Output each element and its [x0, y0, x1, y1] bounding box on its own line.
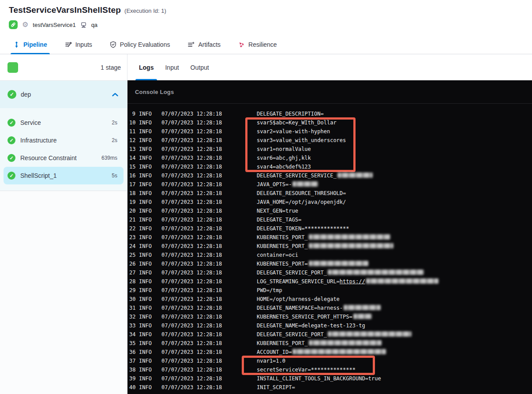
log-message: svar3=value_with_underscores [257, 137, 346, 143]
log-level: INFO [139, 234, 152, 240]
log-level: INFO [139, 164, 152, 170]
log-level: INFO [139, 270, 152, 276]
success-check-icon: ✓ [7, 136, 15, 144]
log-line: 35INFO07/07/2023 12:28:18KUBERNETES_PORT… [127, 339, 532, 348]
log-level: INFO [139, 252, 152, 258]
log-line: 12INFO07/07/2023 12:28:18svar3=value_wit… [127, 136, 532, 145]
log-line: 26INFO07/07/2023 12:28:18KUBERNETES_PORT… [127, 259, 532, 268]
success-check-icon: ✓ [7, 119, 15, 127]
resilience-chaos-icon [238, 41, 245, 48]
sidebar-item-service[interactable]: ✓Service2s [4, 114, 124, 131]
log-line-number: 39 [129, 375, 135, 382]
log-line: 33INFO07/07/2023 12:28:18DELEGATE_NAME=d… [127, 321, 532, 330]
tab-artifacts-label: Artifacts [198, 41, 221, 48]
service-name[interactable]: testVarsService1 [33, 22, 75, 28]
log-timestamp: 07/07/2023 12:28:18 [161, 252, 222, 258]
shield-check-icon [110, 41, 116, 48]
stage-group-label: dep [21, 91, 31, 98]
log-level: INFO [139, 375, 152, 382]
chevron-up-icon[interactable] [112, 90, 118, 98]
tab-input-label: Input [165, 64, 179, 71]
log-level: INFO [139, 111, 152, 117]
stage-group-dep[interactable]: ✓ dep [0, 81, 127, 108]
log-timestamp: 07/07/2023 12:28:18 [161, 305, 222, 311]
log-level: INFO [139, 349, 152, 355]
tab-artifacts[interactable]: Artifacts [187, 35, 221, 54]
execution-id-label: (Execution Id: 1) [124, 8, 166, 14]
step-label: ShellScript_1 [20, 172, 57, 179]
redacted-value [328, 331, 412, 337]
log-line-number: 37 [129, 358, 135, 364]
log-line-number: 12 [129, 137, 135, 143]
log-line: 25INFO07/07/2023 12:28:18container=oci [127, 251, 532, 259]
environment-name[interactable]: qa [91, 22, 97, 28]
redacted-value [337, 173, 373, 178]
inputs-icon [65, 41, 72, 48]
log-timestamp: 07/07/2023 12:28:18 [161, 146, 222, 152]
log-message: JAVA_HOME=/opt/java/openjdk/ [257, 199, 346, 205]
log-level: INFO [139, 217, 152, 223]
tab-policy-evaluations-label: Policy Evaluations [120, 41, 170, 48]
tab-logs[interactable]: Logs [139, 54, 154, 80]
tab-resilience-label: Resilience [248, 41, 277, 48]
log-timestamp: 07/07/2023 12:28:18 [161, 243, 222, 249]
log-timestamp: 07/07/2023 12:28:18 [161, 384, 222, 390]
tab-resilience[interactable]: Resilience [238, 35, 277, 54]
tab-pipeline-label: Pipeline [23, 41, 47, 48]
tab-inputs[interactable]: Inputs [65, 35, 92, 54]
log-line: 24INFO07/07/2023 12:28:18KUBERNETES_PORT… [127, 242, 532, 251]
log-line: 13INFO07/07/2023 12:28:18svar1=normalVal… [127, 145, 532, 154]
log-message: svar2=value-with-hyphen [257, 128, 330, 135]
log-timestamp: 07/07/2023 12:28:18 [161, 349, 222, 355]
log-timestamp: 07/07/2023 12:28:18 [161, 181, 222, 188]
log-message: svar4=abc%def%123 [257, 164, 311, 170]
log-line: 11INFO07/07/2023 12:28:18svar2=value-wit… [127, 127, 532, 136]
log-message: DELEGATE_SERVICE_PORT_ [257, 270, 424, 276]
log-message: INSTALL_CLIENT_TOOLS_IN_BACKGROUND=true [257, 375, 381, 382]
log-timestamp: 07/07/2023 12:28:18 [161, 323, 222, 329]
log-timestamp: 07/07/2023 12:28:18 [161, 128, 222, 135]
log-message: DELEGATE_NAME=delegate-test-123-tg [257, 323, 365, 329]
log-level: INFO [139, 181, 152, 188]
log-line-number: 33 [129, 323, 135, 329]
log-line-number: 27 [129, 270, 135, 276]
page-header: TestServiceVarsInShellStep (Execution Id… [0, 0, 532, 35]
tab-output[interactable]: Output [191, 54, 209, 80]
log-message: DELEGATE_SERVICE_PORT_ [257, 331, 412, 338]
log-timestamp: 07/07/2023 12:28:18 [161, 375, 222, 382]
console-log-area[interactable]: 9INFO07/07/2023 12:28:18DELEGATE_DESCRIP… [127, 104, 532, 394]
log-level: INFO [139, 155, 152, 161]
log-level: INFO [139, 278, 152, 285]
sidebar-item-shellscript-1[interactable]: ✓ShellScript_15s [4, 167, 124, 184]
log-line-number: 17 [129, 181, 135, 188]
log-line: 14INFO07/07/2023 12:28:18svar6=abc,ghj,k… [127, 154, 532, 162]
log-link[interactable]: https:// [340, 278, 365, 285]
log-line: 16INFO07/07/2023 12:28:18DELEGATE_SERVIC… [127, 171, 532, 180]
log-line: 39INFO07/07/2023 12:28:18INSTALL_CLIENT_… [127, 374, 532, 383]
log-level: INFO [139, 314, 152, 320]
log-line-number: 18 [129, 190, 135, 196]
console-title: Console Logs [135, 89, 174, 95]
tab-pipeline[interactable]: Pipeline [13, 35, 47, 54]
redacted-value [353, 314, 372, 319]
log-level: INFO [139, 120, 152, 126]
pipeline-icon [13, 41, 20, 48]
sidebar-item-infrastructure[interactable]: ✓Infrastructure2s [4, 131, 124, 149]
log-line-number: 25 [129, 252, 135, 258]
log-message: DELEGATE_SERVICE_SERVICE_ [257, 173, 373, 179]
log-level: INFO [139, 367, 152, 373]
tab-policy-evaluations[interactable]: Policy Evaluations [110, 35, 170, 54]
redacted-value [292, 349, 386, 354]
step-duration: 5s [112, 173, 117, 179]
log-message: KUBERNETES_PORT_ [257, 234, 390, 240]
log-line-number: 34 [129, 331, 135, 338]
execution-sidebar: 1 stage ✓ dep ✓Service2s✓Infrastructure2… [0, 54, 127, 394]
stage-status-square[interactable] [7, 62, 18, 73]
log-message: secretServiceVar=************** [257, 367, 356, 373]
log-message: JAVA_OPTS=- [257, 181, 318, 188]
log-line-number: 15 [129, 164, 135, 170]
log-line: 19INFO07/07/2023 12:28:18JAVA_HOME=/opt/… [127, 198, 532, 206]
tab-input[interactable]: Input [165, 54, 179, 80]
sidebar-item-resource-constraint[interactable]: ✓Resource Constraint639ms [4, 149, 124, 167]
log-line-number: 21 [129, 217, 135, 223]
